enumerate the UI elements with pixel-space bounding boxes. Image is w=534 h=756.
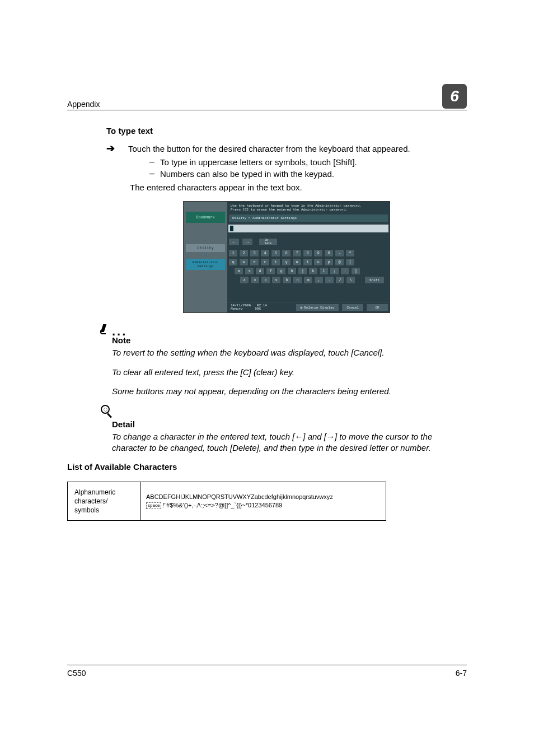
ss-key-row-4: zxcvbnm,./\Shift [240,276,388,284]
ss-key: [ [345,258,355,266]
footer-page: 6-7 [456,669,467,678]
ss-key: 7 [292,249,302,257]
chapter-number: 6 [442,84,467,109]
substep-shift: To type in uppercase letters or symbols,… [160,157,357,168]
ss-breadcrumb: Utility > Administrator Settings [228,214,388,222]
ss-key: 9 [313,249,323,257]
ss-key: q [228,258,238,266]
table-right-cell: ABCDEFGHIJKLMNOPQRSTUVWXYZabcdefghijklmn… [140,482,386,521]
ss-key: b [282,276,292,284]
ss-msg-2: Press [C] to erase the entered the Admin… [231,208,386,212]
step-intro: Touch the button for the desired charact… [128,143,467,155]
ss-key: z [240,276,249,284]
ss-key: j [298,267,307,275]
to-type-heading: To type text [106,126,467,136]
ss-delete-button: De-lete [259,238,278,246]
substep-keypad: Numbers can also be typed in with the ke… [160,169,334,180]
ss-enlarge-button: ◐Enlarge Display [296,304,340,311]
ss-key: v [271,276,281,284]
ss-key: . [325,276,334,284]
ss-key: o [313,258,323,266]
ss-key: ] [351,267,360,275]
characters-table: Alphanumeric characters/symbols ABCDEFGH… [67,482,386,521]
ss-key: @ [335,258,344,266]
ss-key: m [303,276,313,284]
ss-key: 5 [271,249,280,257]
header-section: Appendix [67,100,100,109]
ss-key: e [250,258,259,266]
keyboard-screenshot: Bookmark Utility ▾ Administrator Setting… [183,201,390,313]
ss-ok-button: OK [366,304,388,311]
ss-key: 1 [228,249,238,257]
ss-utility-tab: Utility [186,244,225,252]
ss-key: \ [346,276,355,284]
ss-key: s [245,267,254,275]
ss-key: 6 [282,249,291,257]
ss-key: f [266,267,275,275]
ss-key: n [293,276,302,284]
ss-key: d [255,267,265,275]
ss-key: t [271,258,280,266]
step-arrow-icon: ➔ [106,143,115,153]
ss-key: , [314,276,324,284]
ss-memory-pct: 99% [255,307,261,311]
detail-label: Detail [112,419,467,429]
ss-left-arrow: ← [228,238,240,246]
ss-key: 8 [303,249,312,257]
ss-key: ; [330,267,339,275]
note-p1: To revert to the setting when the keyboa… [112,347,467,358]
ss-key: h [287,267,297,275]
ss-key: g [277,267,286,275]
note-p2: To clear all entered text, press the [C]… [112,367,467,378]
ss-key: 3 [250,249,259,257]
ss-key-row-1: 1234567890-^ [228,249,388,257]
magnifier-icon [100,405,113,418]
ss-key: l [319,267,329,275]
detail-p1: To change a character in the entered tex… [112,431,467,454]
chapter-badge: 6 [442,84,467,109]
ss-key: r [260,258,270,266]
ss-key: 4 [260,249,270,257]
ss-key: y [282,258,291,266]
ss-memory-label: Memory [231,307,243,311]
ss-key: : [340,267,350,275]
chars-line-1: ABCDEFGHIJKLMNOPQRSTUVWXYZabcdefghijklmn… [146,493,333,500]
ss-key-row-3: asdfghjkl;:] [234,267,388,275]
chars-line-2: !"#$%&'()+,-./\:;<=>?@[]^_`{|}~*01234567… [162,502,282,508]
ss-key-row-2: qwertyuiop@[ [228,258,388,266]
ss-key: - [335,249,344,257]
ss-right-arrow: → [242,238,253,246]
ss-shift-button: Shift [364,276,385,284]
footer-model: C550 [67,669,86,678]
ss-key: i [303,258,312,266]
ss-down-icon: ▾ [184,252,227,259]
ss-key: ^ [345,249,355,257]
ss-key: k [308,267,318,275]
ss-text-input [228,225,388,232]
ss-key: / [335,276,345,284]
note-icon: ... [100,324,467,334]
pen-icon [100,324,110,334]
list-heading: List of Available Characters [67,462,467,472]
ss-key: 0 [324,249,334,257]
step-outro: The entered characters appear in the tex… [130,182,467,193]
ss-key: p [324,258,334,266]
ss-key: x [250,276,260,284]
ss-cancel-button: Cancel [341,304,364,311]
ss-key: a [234,267,243,275]
ss-key: u [292,258,302,266]
note-label: Note [112,335,467,345]
table-left-cell: Alphanumeric characters/symbols [68,482,140,521]
ss-bookmark: Bookmark [186,212,225,223]
ss-msg-1: Use the keyboard or keypad to type in th… [231,204,386,208]
ss-admin-tab: Administrator Settings [186,259,225,270]
ss-key: 2 [239,249,249,257]
note-p3: Some buttons may not appear, depending o… [112,386,467,397]
ss-key: w [239,258,249,266]
ss-key: c [261,276,270,284]
space-token: space [146,502,161,510]
